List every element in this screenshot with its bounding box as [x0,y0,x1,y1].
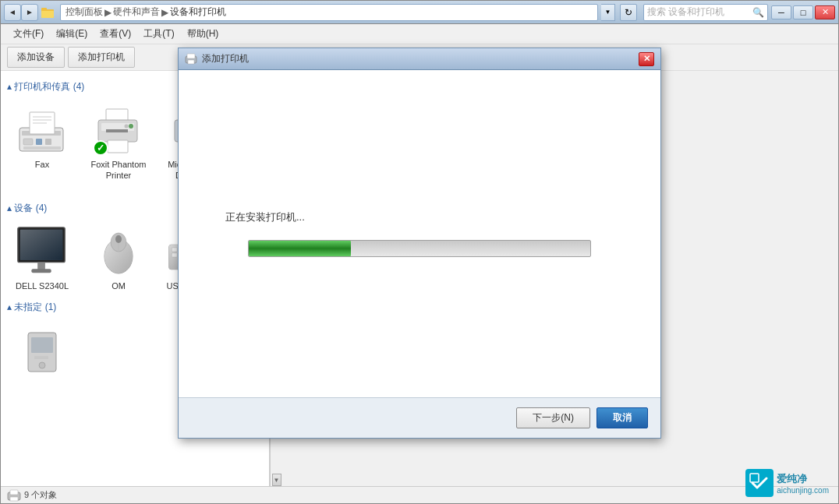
progress-bar-track [248,240,591,257]
dialog-footer: 下一步(N) 取消 [179,397,660,438]
add-printer-dialog: 添加打印机 ✕ 正在安装打印机... 下一步(N) 取消 [178,48,661,439]
main-window: ◄ ► 控制面板 ▶ 硬件和声音 ▶ 设备和打印机 [0,0,839,504]
dialog-title-bar: 添加打印机 ✕ [179,48,660,70]
next-button[interactable]: 下一步(N) [516,407,590,428]
dialog-overlay: 添加打印机 ✕ 正在安装打印机... 下一步(N) 取消 [1,1,838,503]
dialog-status-text: 正在安装打印机... [225,210,305,224]
dialog-title-text: 添加打印机 [202,52,639,65]
progress-bar-fill [249,241,351,256]
cancel-button[interactable]: 取消 [597,407,648,428]
svg-rect-62 [187,54,195,58]
dialog-close-button[interactable]: ✕ [639,52,654,66]
dialog-printer-icon [185,53,197,65]
svg-rect-63 [188,60,194,64]
dialog-body: 正在安装打印机... [179,70,660,397]
